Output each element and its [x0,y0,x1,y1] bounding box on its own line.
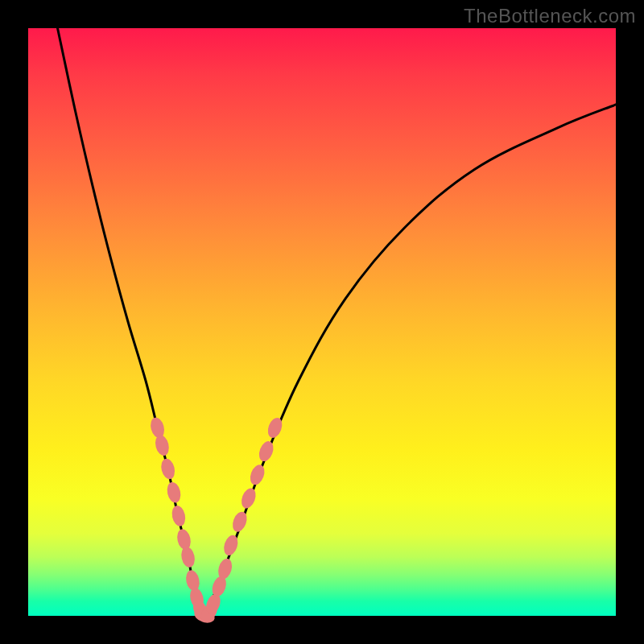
curve-marker [239,486,258,510]
curve-marker [170,505,187,528]
curve-marker [248,463,267,487]
curve-marker [230,510,250,534]
watermark-text: TheBottleneck.com [464,5,636,27]
curve-marker [184,569,201,592]
curve-svg [28,28,616,616]
marker-group [149,415,285,625]
bottleneck-curve [58,28,617,616]
chart-stage: TheBottleneck.com [0,0,644,644]
curve-marker [153,434,171,457]
curve-marker [159,457,177,481]
curve-marker [257,440,276,464]
curve-marker [165,481,182,504]
curve-marker [180,546,196,569]
curve-marker [149,416,167,440]
curve-marker [175,528,192,551]
plot-area [28,28,616,616]
